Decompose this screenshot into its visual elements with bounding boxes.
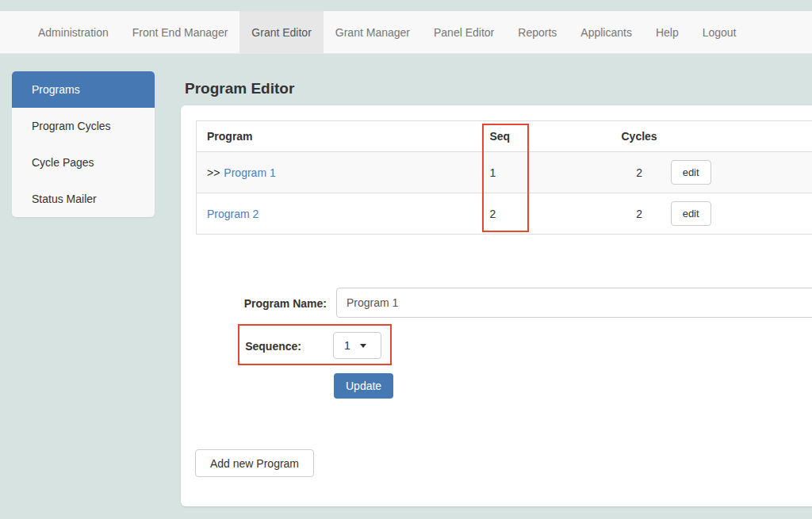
nav-item-administration[interactable]: Administration [26, 11, 121, 53]
column-header-cycles: Cycles [611, 121, 668, 152]
add-new-program-button[interactable]: Add new Program [195, 449, 314, 477]
sequence-selected-value: 1 [344, 339, 350, 352]
nav-item-grant-editor[interactable]: Grant Editor [239, 11, 323, 53]
cycles-cell: 2 [611, 193, 668, 235]
nav-item-applicants[interactable]: Applicants [569, 11, 644, 53]
cycles-cell: 2 [611, 152, 668, 193]
sidebar-item-cycle-pages[interactable]: Cycle Pages [12, 144, 155, 181]
program-name-label: Program Name: [190, 297, 327, 310]
edit-cell: edit [668, 193, 812, 235]
column-header-seq: Seq [483, 121, 611, 152]
program-link[interactable]: Program 2 [207, 208, 259, 220]
nav-item-help[interactable]: Help [644, 11, 691, 53]
table-header-row: Program Seq Cycles [197, 121, 812, 152]
top-navbar: Administration Front End Manager Grant E… [0, 11, 812, 54]
nav-item-reports[interactable]: Reports [506, 11, 569, 53]
selected-row-marker: >> [207, 166, 220, 179]
update-button[interactable]: Update [334, 373, 393, 399]
programs-table: Program Seq Cycles >>Program 1 1 2 edit … [196, 120, 812, 235]
seq-cell: 2 [483, 193, 611, 235]
program-link[interactable]: Program 1 [224, 166, 275, 179]
chevron-down-icon [360, 344, 366, 348]
sidebar-item-program-cycles[interactable]: Program Cycles [12, 108, 155, 144]
nav-item-front-end-manager[interactable]: Front End Manager [121, 11, 240, 53]
column-header-program: Program [197, 121, 483, 152]
sequence-select[interactable]: 1 [333, 332, 381, 359]
edit-cell: edit [668, 152, 812, 193]
page-title: Program Editor [185, 80, 294, 97]
page: Administration Front End Manager Grant E… [0, 0, 812, 519]
sidebar-item-status-mailer[interactable]: Status Mailer [12, 181, 155, 217]
table-row: >>Program 1 1 2 edit [197, 152, 812, 193]
sidebar: Programs Program Cycles Cycle Pages Stat… [12, 71, 155, 217]
edit-button[interactable]: edit [671, 201, 711, 226]
seq-cell: 1 [483, 152, 611, 193]
nav-item-grant-manager[interactable]: Grant Manager [324, 11, 422, 53]
nav-item-panel-editor[interactable]: Panel Editor [422, 11, 506, 53]
column-header-edit [668, 121, 812, 152]
program-cell: >>Program 1 [197, 152, 483, 193]
sequence-label: Sequence: [236, 340, 301, 353]
table-row: Program 2 2 2 edit [197, 193, 812, 235]
program-cell: Program 2 [197, 193, 483, 235]
program-name-input[interactable] [336, 288, 812, 318]
edit-button[interactable]: edit [671, 160, 711, 185]
nav-item-logout[interactable]: Logout [691, 11, 749, 53]
sidebar-item-programs[interactable]: Programs [12, 71, 155, 108]
